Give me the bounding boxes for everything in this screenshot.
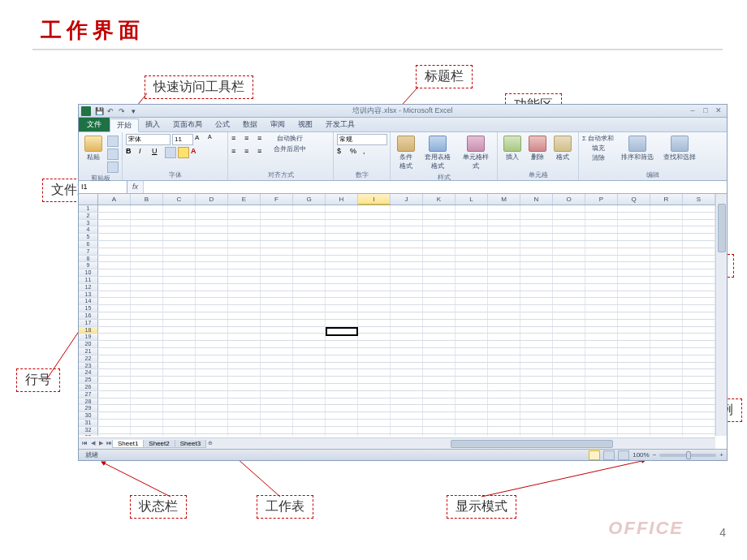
cell[interactable] [261, 341, 293, 347]
cell[interactable] [391, 248, 423, 255]
cell[interactable] [228, 369, 261, 376]
cell[interactable] [553, 434, 585, 437]
cell[interactable] [228, 412, 261, 419]
cell[interactable] [683, 420, 715, 426]
cell[interactable] [163, 327, 196, 334]
cell[interactable] [228, 269, 261, 276]
cell[interactable] [293, 363, 326, 369]
row-header-8[interactable]: 8 [79, 256, 98, 262]
cell[interactable] [520, 291, 553, 298]
cell[interactable] [585, 355, 618, 362]
cell[interactable] [553, 412, 585, 419]
fill-color-icon[interactable] [178, 147, 189, 158]
cell[interactable] [358, 284, 391, 291]
cell[interactable] [618, 398, 650, 405]
row-header-28[interactable]: 28 [79, 398, 98, 405]
cell[interactable] [585, 405, 618, 411]
cell[interactable] [650, 398, 683, 405]
wrap-text-button[interactable]: 自动换行 [274, 134, 306, 143]
cell[interactable] [261, 248, 293, 255]
cell[interactable] [423, 220, 456, 226]
cell[interactable] [456, 262, 488, 269]
file-tab[interactable]: 文件 [79, 118, 110, 131]
cell[interactable] [618, 298, 650, 304]
cell[interactable] [488, 391, 520, 398]
row-header-12[interactable]: 12 [79, 284, 98, 291]
sheet-nav-prev-icon[interactable]: ◀ [89, 440, 97, 448]
cell[interactable] [196, 363, 228, 369]
cell[interactable] [585, 234, 618, 240]
close-icon[interactable]: ✕ [713, 106, 724, 115]
cell[interactable] [131, 377, 163, 383]
cell[interactable] [650, 327, 683, 334]
cell[interactable] [618, 220, 650, 226]
cell[interactable] [261, 412, 293, 419]
row-header-10[interactable]: 10 [79, 269, 98, 276]
row-header-5[interactable]: 5 [79, 234, 98, 240]
tab-home[interactable]: 开始 [110, 118, 139, 132]
cell[interactable] [553, 312, 585, 319]
row-header-18[interactable]: 18 [79, 327, 98, 334]
cell[interactable] [488, 420, 520, 426]
cell[interactable] [98, 384, 131, 390]
cell[interactable] [261, 305, 293, 312]
cell[interactable] [553, 391, 585, 398]
cell[interactable] [585, 334, 618, 340]
cell[interactable] [585, 291, 618, 298]
cell[interactable] [196, 262, 228, 269]
cell[interactable] [228, 226, 261, 233]
cell[interactable] [650, 220, 683, 226]
cell[interactable] [585, 327, 618, 334]
cell[interactable] [488, 427, 520, 433]
cell[interactable] [293, 305, 326, 312]
row-header-20[interactable]: 20 [79, 341, 98, 347]
row-header-17[interactable]: 17 [79, 320, 98, 326]
cell[interactable] [98, 284, 131, 291]
column-header-R[interactable]: R [650, 194, 683, 205]
cell[interactable] [618, 355, 650, 362]
grid-body[interactable]: 1234567891011121314151617181920212223242… [79, 205, 727, 436]
cell[interactable] [553, 348, 585, 355]
cell[interactable] [163, 391, 196, 398]
cell[interactable] [261, 384, 293, 390]
cell[interactable] [456, 284, 488, 291]
cell[interactable] [326, 269, 358, 276]
cell[interactable] [131, 248, 163, 255]
cell[interactable] [683, 284, 715, 291]
cell[interactable] [293, 334, 326, 340]
cell[interactable] [131, 277, 163, 283]
cell[interactable] [261, 334, 293, 340]
cell[interactable] [618, 363, 650, 369]
row-header-11[interactable]: 11 [79, 277, 98, 283]
cell[interactable] [358, 320, 391, 326]
cell[interactable] [618, 391, 650, 398]
cell[interactable] [618, 420, 650, 426]
cell[interactable] [618, 405, 650, 411]
cell[interactable] [488, 348, 520, 355]
zoom-slider[interactable] [659, 454, 716, 457]
cell[interactable] [553, 327, 585, 334]
cell[interactable] [293, 277, 326, 283]
cell[interactable] [261, 398, 293, 405]
cell[interactable] [520, 256, 553, 262]
sheet-tab-1[interactable]: Sheet1 [112, 440, 144, 448]
cell[interactable] [228, 312, 261, 319]
cell[interactable] [423, 369, 456, 376]
cell[interactable] [196, 312, 228, 319]
cell[interactable] [358, 256, 391, 262]
cell[interactable] [326, 213, 358, 219]
cell[interactable] [423, 327, 456, 334]
cell[interactable] [618, 256, 650, 262]
cell[interactable] [553, 269, 585, 276]
cell[interactable] [293, 298, 326, 304]
cell[interactable] [618, 334, 650, 340]
cell[interactable] [326, 277, 358, 283]
cell[interactable] [683, 327, 715, 334]
cell[interactable] [228, 398, 261, 405]
cell[interactable] [228, 363, 261, 369]
cell[interactable] [228, 341, 261, 347]
cell[interactable] [98, 341, 131, 347]
font-size-select[interactable]: 11 [172, 134, 193, 145]
cell[interactable] [520, 241, 553, 248]
cell[interactable] [261, 277, 293, 283]
